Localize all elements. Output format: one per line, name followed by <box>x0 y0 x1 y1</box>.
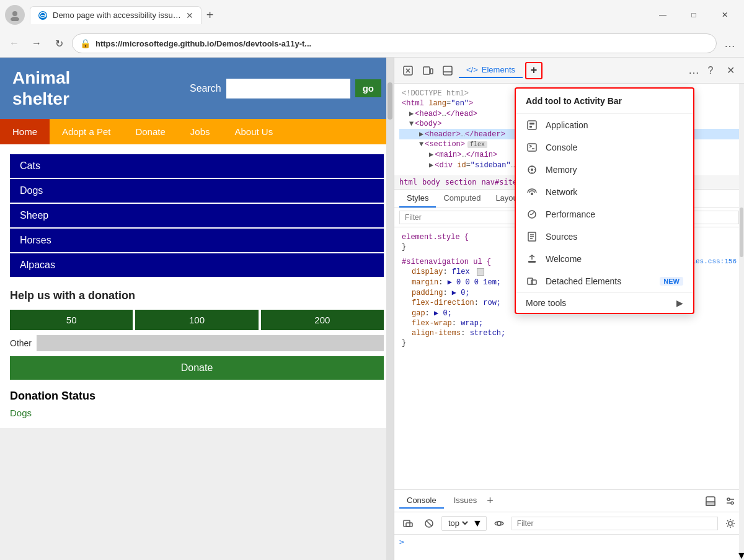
new-tab-button[interactable]: + <box>206 8 214 22</box>
grid-icon <box>477 268 484 276</box>
popup-item-detached-elements[interactable]: Detached Elements NEW <box>516 270 693 292</box>
popup-item-network[interactable]: Network <box>516 181 693 203</box>
popup-performance-label: Performance <box>546 209 683 219</box>
console-settings-icon[interactable] <box>722 492 739 510</box>
tab-computed[interactable]: Computed <box>436 190 488 208</box>
scrollbar-thumb[interactable] <box>388 82 392 120</box>
maximize-button[interactable]: □ <box>680 5 708 25</box>
toggle-drawer-icon[interactable] <box>439 62 456 79</box>
network-icon <box>526 186 538 198</box>
add-console-tab-button[interactable]: + <box>487 494 494 507</box>
amount-50-button[interactable]: 50 <box>10 310 133 330</box>
donation-title: Help us with a donation <box>10 289 384 302</box>
popup-item-application[interactable]: Application <box>516 114 693 136</box>
popup-more-tools[interactable]: More tools ▶ <box>516 292 693 313</box>
tab-issues[interactable]: Issues <box>446 493 485 509</box>
scroll-down-arrow[interactable]: ▼ <box>739 551 744 560</box>
svg-point-32 <box>497 522 501 525</box>
back-button[interactable]: ← <box>5 34 24 53</box>
browser-tab[interactable]: Demo page with accessibility issu… ✕ <box>30 6 202 24</box>
search-input[interactable] <box>226 79 350 98</box>
detached-elements-icon <box>526 275 538 287</box>
popup-item-performance[interactable]: Performance <box>516 203 693 225</box>
nav-item-adopt[interactable]: Adopt a Pet <box>50 119 123 144</box>
devtools-scrollbar[interactable]: ▼ <box>739 84 744 560</box>
svg-rect-5 <box>430 69 433 74</box>
vertical-scrollbar[interactable] <box>386 58 394 560</box>
svg-rect-10 <box>529 126 532 128</box>
application-icon <box>526 119 538 131</box>
console-prompt[interactable]: > <box>399 537 404 546</box>
svg-rect-8 <box>528 121 536 129</box>
add-tool-button[interactable]: + <box>525 62 542 79</box>
tab-elements[interactable]: </> Elements <box>459 63 523 78</box>
other-label: Other <box>10 338 32 348</box>
animal-list: Cats Dogs Sheep Horses Alpacas <box>10 154 384 277</box>
svg-rect-25 <box>706 502 715 505</box>
animal-item-horses[interactable]: Horses <box>10 229 384 252</box>
svg-rect-9 <box>529 123 534 125</box>
svg-point-27 <box>731 502 733 504</box>
animal-item-dogs[interactable]: Dogs <box>10 179 384 203</box>
console-gear-icon[interactable] <box>722 515 739 532</box>
close-button[interactable]: ✕ <box>711 5 739 25</box>
console-area: Console Issues + <box>394 489 744 560</box>
console-filter-input[interactable] <box>512 517 718 530</box>
animal-item-cats[interactable]: Cats <box>10 154 384 178</box>
context-dropdown[interactable]: top <box>446 518 470 528</box>
amount-200-button[interactable]: 200 <box>261 310 384 330</box>
svg-rect-6 <box>443 66 452 75</box>
url-text: https://microsoftedge.github.io/Demos/de… <box>95 39 709 48</box>
tab-styles[interactable]: Styles <box>399 190 436 208</box>
devtools-more-button[interactable]: … <box>688 64 699 77</box>
console-toolbar: top ▼ <box>394 512 744 535</box>
console-icon <box>526 141 538 154</box>
nav-item-donate[interactable]: Donate <box>123 119 177 144</box>
devtools-close-button[interactable]: ✕ <box>722 62 739 79</box>
console-body: > <box>394 535 744 560</box>
popup-detached-label: Detached Elements <box>546 276 652 286</box>
inspect-element-icon[interactable] <box>399 62 417 79</box>
address-bar[interactable]: 🔒 https://microsoftedge.github.io/Demos/… <box>72 33 717 53</box>
svg-point-0 <box>12 11 17 16</box>
animal-item-sheep[interactable]: Sheep <box>10 204 384 227</box>
search-go-button[interactable]: go <box>355 79 381 97</box>
tab-elements-label: Elements <box>482 65 515 74</box>
popup-item-memory[interactable]: Memory <box>516 159 693 181</box>
popup-memory-label: Memory <box>546 165 683 175</box>
device-emulation-icon[interactable] <box>419 62 436 79</box>
devtools-scrollbar-thumb[interactable] <box>740 208 743 257</box>
popup-item-sources[interactable]: Sources <box>516 225 693 248</box>
console-tabs: Console Issues + <box>394 490 744 512</box>
popup-item-console[interactable]: Console <box>516 136 693 159</box>
forward-button[interactable]: → <box>27 34 46 53</box>
console-expand-icon[interactable] <box>399 515 417 532</box>
breadcrumb-html[interactable]: html <box>399 178 417 186</box>
svg-point-33 <box>728 522 732 525</box>
nav-item-home[interactable]: Home <box>0 119 50 144</box>
breadcrumb-body[interactable]: body <box>422 178 440 186</box>
eye-icon[interactable] <box>490 515 508 532</box>
tab-close-button[interactable]: ✕ <box>186 11 193 20</box>
nav-item-about[interactable]: About Us <box>222 119 285 144</box>
nav-item-jobs[interactable]: Jobs <box>178 119 223 144</box>
svg-rect-23 <box>531 280 536 284</box>
animal-item-alpacas[interactable]: Alpacas <box>10 253 384 277</box>
breadcrumb-section[interactable]: section <box>445 178 477 186</box>
sources-icon <box>526 230 538 243</box>
tab-console[interactable]: Console <box>399 493 444 509</box>
console-dock-icon[interactable] <box>702 492 719 510</box>
amount-100-button[interactable]: 100 <box>135 310 258 330</box>
popup-network-label: Network <box>546 187 683 197</box>
minimize-button[interactable]: — <box>649 5 677 25</box>
svg-rect-22 <box>528 278 533 284</box>
refresh-button[interactable]: ↻ <box>50 34 68 53</box>
donate-button[interactable]: Donate <box>10 356 384 380</box>
browser-more-button[interactable]: … <box>720 34 739 53</box>
popup-item-welcome[interactable]: Welcome <box>516 248 693 270</box>
svg-rect-11 <box>528 144 536 151</box>
context-selector[interactable]: top ▼ <box>441 516 487 531</box>
other-amount-input[interactable] <box>37 335 384 351</box>
console-block-icon[interactable] <box>420 515 438 532</box>
devtools-help-button[interactable]: ? <box>702 62 719 79</box>
